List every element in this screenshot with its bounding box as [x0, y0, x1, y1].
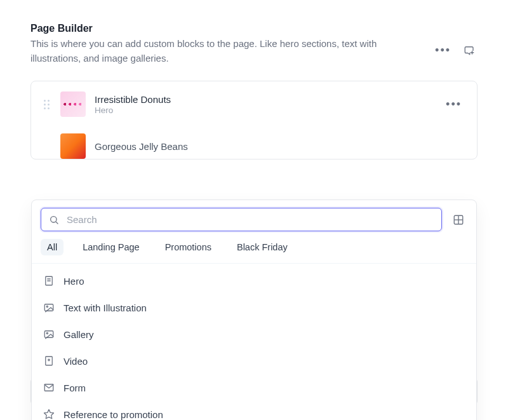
image-icon: [43, 329, 55, 340]
grid-icon: [453, 214, 464, 226]
tab-all[interactable]: All: [41, 239, 64, 255]
tab-black-friday[interactable]: Black Friday: [231, 239, 294, 255]
page-title: Page Builder: [30, 23, 432, 34]
view-toggle-button[interactable]: [450, 211, 467, 229]
comment-plus-icon: [464, 44, 475, 56]
tab-landing-page[interactable]: Landing Page: [76, 239, 146, 255]
option-label: Gallery: [64, 329, 94, 340]
block-row[interactable]: Irresistible Donuts Hero •••: [31, 81, 477, 127]
block-thumbnail: [60, 91, 86, 117]
option-hero[interactable]: Hero: [32, 268, 476, 294]
option-label: Reference to promotion: [64, 409, 163, 420]
option-gallery[interactable]: Gallery: [32, 321, 476, 348]
option-form[interactable]: Form: [32, 374, 476, 401]
block-type-label: Hero: [95, 105, 434, 115]
block-type-list: Hero Text with Illustration: [32, 264, 476, 420]
svg-line-1: [56, 222, 58, 224]
block-row[interactable]: Gorgeous Jelly Beans: [31, 127, 477, 159]
dots-horizontal-icon: •••: [446, 98, 462, 110]
option-reference-to-promotion[interactable]: Reference to promotion: [32, 401, 476, 420]
svg-point-9: [46, 306, 48, 307]
drag-handle-icon[interactable]: [44, 100, 51, 109]
dots-horizontal-icon: •••: [435, 44, 451, 56]
block-title: Gorgeous Jelly Beans: [95, 141, 464, 152]
mail-icon: [43, 382, 55, 393]
page-description: This is where you can add custom blocks …: [30, 37, 411, 65]
option-video[interactable]: Video: [32, 348, 476, 374]
search-field[interactable]: [41, 208, 442, 231]
document-icon: [43, 275, 55, 287]
search-input[interactable]: [65, 213, 434, 226]
block-thumbnail: [60, 133, 86, 159]
video-icon: [43, 355, 55, 367]
search-icon: [49, 215, 59, 225]
svg-rect-10: [44, 331, 53, 338]
more-actions-button[interactable]: •••: [432, 42, 453, 58]
new-comment-button[interactable]: [461, 42, 478, 58]
image-icon: [43, 302, 55, 313]
blocks-card: Irresistible Donuts Hero ••• Gorgeous Je…: [30, 81, 478, 159]
option-label: Form: [64, 383, 86, 393]
block-title: Irresistible Donuts: [95, 94, 434, 105]
svg-rect-8: [44, 304, 53, 311]
star-icon: [43, 409, 55, 420]
option-label: Hero: [64, 276, 84, 287]
add-block-popover: All Landing Page Promotions Black Friday…: [31, 200, 477, 420]
option-label: Video: [64, 356, 88, 367]
tab-promotions[interactable]: Promotions: [159, 239, 218, 255]
option-label: Text with Illustration: [64, 302, 147, 313]
block-more-button[interactable]: •••: [443, 96, 464, 112]
svg-point-0: [51, 216, 57, 222]
filter-tabs: All Landing Page Promotions Black Friday: [32, 239, 476, 264]
option-text-with-illustration[interactable]: Text with Illustration: [32, 294, 476, 321]
svg-point-11: [46, 332, 48, 334]
svg-marker-14: [44, 410, 54, 419]
